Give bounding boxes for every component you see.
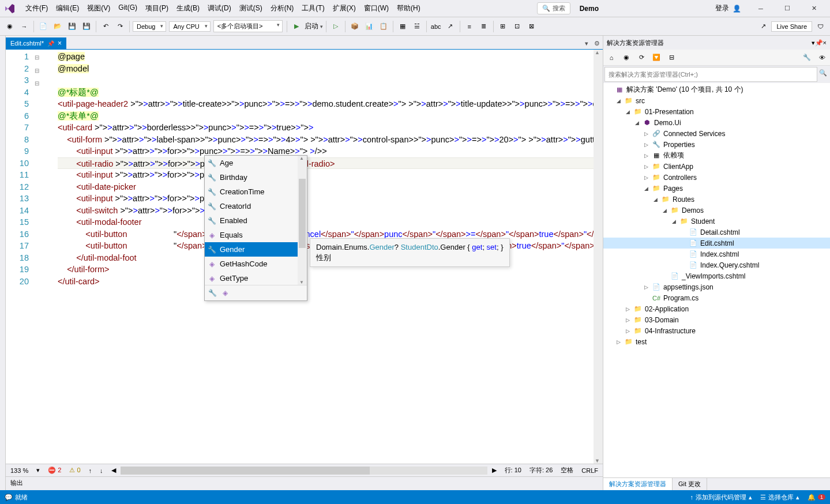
intellisense-item[interactable]: ◈GetType — [205, 271, 307, 285]
share-icon[interactable]: ↗ — [757, 20, 769, 33]
close-tab-icon[interactable]: × — [58, 39, 62, 47]
lineending-indicator[interactable]: CRLF — [581, 467, 598, 474]
tb-icon-6[interactable]: abc — [430, 20, 442, 33]
maximize-button[interactable]: ☐ — [775, 1, 800, 17]
tb-icon-10[interactable]: ⊞ — [497, 20, 509, 33]
left-dock-strip[interactable] — [0, 36, 6, 490]
horizontal-scrollbar[interactable] — [121, 467, 487, 475]
menu-item[interactable]: 文件(F) — [22, 1, 51, 16]
tab-gear-icon[interactable]: ⚙ — [591, 38, 603, 49]
minimize-button[interactable]: ─ — [748, 1, 773, 17]
solution-search-input[interactable] — [604, 67, 817, 82]
config-combo[interactable]: Debug — [133, 21, 166, 32]
new-button[interactable]: 📄 — [37, 20, 50, 33]
select-repo[interactable]: ☰ 选择仓库 ▴ — [760, 493, 799, 502]
start-chevron-icon[interactable]: ▾ — [320, 24, 323, 29]
save-button[interactable]: 💾 — [66, 20, 78, 33]
solution-tree[interactable]: ▦解决方案 'Demo' (10 个项目, 共 10 个)◢📁src◢📁01-P… — [603, 83, 830, 477]
tree-node[interactable]: ◢📁Pages — [603, 183, 830, 194]
tree-node[interactable]: ▦解决方案 'Demo' (10 个项目, 共 10 个) — [603, 84, 830, 95]
menu-item[interactable]: 测试(S) — [236, 1, 266, 16]
se-props-icon[interactable]: 🔧 — [801, 52, 813, 63]
forward-button[interactable]: → — [18, 20, 31, 33]
tree-node[interactable]: ▷📁ClientApp — [603, 161, 830, 172]
tree-node[interactable]: ▷🔗Connected Services — [603, 128, 830, 139]
tree-node[interactable]: ◢📁Student — [603, 216, 830, 227]
intellisense-item[interactable]: 🔧CreationTime — [205, 185, 307, 199]
tree-node[interactable]: ◢📁01-Presentation — [603, 106, 830, 117]
menu-item[interactable]: 编辑(E) — [52, 1, 82, 16]
tree-node[interactable]: ▷📁02-Application — [603, 303, 830, 314]
nav-up-icon[interactable]: ↑ — [89, 467, 92, 474]
nav-down-icon[interactable]: ↓ — [100, 467, 103, 474]
tree-node[interactable]: C#Program.cs — [603, 292, 830, 303]
menu-item[interactable]: 调试(D) — [204, 1, 235, 16]
tb-icon-1[interactable]: 📦 — [348, 20, 361, 33]
tb-icon-4[interactable]: ▦ — [396, 20, 409, 33]
pin-icon[interactable]: 📌 — [47, 40, 54, 47]
intellisense-item[interactable]: 🔧Birthday — [205, 170, 307, 185]
tree-node[interactable]: ▷📄appsettings.json — [603, 281, 830, 292]
bottab-git[interactable]: Git 更改 — [673, 478, 707, 490]
menu-item[interactable]: 视图(V) — [84, 1, 114, 16]
tree-node[interactable]: ▷▦依赖项 — [603, 150, 830, 161]
wrench-icon[interactable]: 🔧 — [208, 289, 217, 297]
tree-node[interactable]: ◢📁Demos — [603, 205, 830, 216]
tree-node[interactable]: ▷📁test — [603, 336, 830, 347]
vertical-scrollbar[interactable] — [594, 50, 603, 464]
intellisense-item[interactable]: 🔧Age — [205, 156, 307, 170]
menu-item[interactable]: 窗口(W) — [360, 1, 392, 16]
menu-item[interactable]: 工具(T) — [298, 1, 328, 16]
tb-icon-5[interactable]: ☱ — [411, 20, 423, 33]
startup-combo[interactable]: <多个启动项目> — [213, 20, 283, 32]
hscroll-left-icon[interactable]: ◀ — [111, 467, 116, 474]
intellisense-list[interactable]: 🔧Age🔧Birthday🔧CreationTime🔧CreatorId🔧Ena… — [205, 156, 307, 285]
output-panel-title[interactable]: 输出 — [6, 476, 603, 490]
live-share-button[interactable]: Live Share — [771, 21, 812, 32]
start-icon[interactable]: ▶ — [290, 20, 303, 33]
tree-node[interactable]: ▷📁03-Domain — [603, 314, 830, 325]
tree-node[interactable]: 📄Index.Query.cshtml — [603, 259, 830, 270]
tb-icon-11[interactable]: ⊡ — [511, 20, 524, 33]
menu-item[interactable]: 分析(N) — [267, 1, 298, 16]
tb-icon-7[interactable]: ↗ — [444, 20, 457, 33]
se-filter-icon[interactable]: 🔽 — [651, 52, 662, 63]
se-home-icon[interactable]: ⌂ — [606, 52, 617, 63]
fold-gutter[interactable]: ⊟⊟⊟ — [35, 50, 58, 464]
menu-item[interactable]: 帮助(H) — [393, 1, 424, 16]
intellisense-scrollbar[interactable] — [298, 156, 307, 285]
tab-chevron-icon[interactable]: ▾ — [582, 38, 591, 49]
admin-icon[interactable]: 🛡 — [814, 20, 827, 33]
se-collapse-icon[interactable]: ⊟ — [666, 52, 677, 63]
add-source-control[interactable]: ↑ 添加到源代码管理 ▴ — [690, 493, 752, 502]
open-button[interactable]: 📂 — [51, 20, 64, 33]
platform-combo[interactable]: Any CPU — [169, 21, 210, 32]
back-button[interactable]: ◉ — [3, 20, 16, 33]
indent-indicator[interactable]: 空格 — [561, 466, 573, 475]
search-box[interactable]: 🔍搜索 — [537, 2, 570, 14]
tree-node[interactable]: ▷🔧Properties — [603, 139, 830, 150]
menu-item[interactable]: Git(G) — [115, 1, 141, 16]
se-search-icon[interactable]: 🔍 — [817, 67, 829, 78]
tab-edit-cshtml[interactable]: Edit.cshtml* 📌 × — [6, 37, 66, 49]
tree-node[interactable]: ◢📁src — [603, 95, 830, 106]
save-all-button[interactable]: 💾 — [80, 20, 93, 33]
tree-node[interactable]: ◢⬢Demo.Ui — [603, 117, 830, 128]
close-button[interactable]: ✕ — [801, 1, 827, 17]
se-sync-icon[interactable]: ⟳ — [636, 52, 647, 63]
error-count[interactable]: ⛔ 2 — [48, 467, 61, 474]
warn-count[interactable]: ⚠ 0 — [69, 467, 80, 474]
panel-close-icon[interactable]: × — [823, 39, 827, 46]
zoom-combo[interactable]: 133 % — [10, 467, 28, 474]
tb-icon-12[interactable]: ⊠ — [525, 20, 538, 33]
menu-item[interactable]: 生成(B) — [173, 1, 203, 16]
code-editor[interactable]: 1234567891011121314151617181920 ⊟⊟⊟ @pag… — [6, 50, 603, 464]
intellisense-item[interactable]: 🔧Enabled — [205, 213, 307, 228]
menu-item[interactable]: 扩展(X) — [329, 1, 359, 16]
tree-node[interactable]: 📄_ViewImports.cshtml — [603, 270, 830, 281]
tree-node[interactable]: 📄Index.cshtml — [603, 249, 830, 259]
intellisense-item[interactable]: 🔧CreatorId — [205, 199, 307, 213]
panel-pin-icon[interactable]: 📌 — [815, 39, 823, 47]
intellisense-item[interactable]: ◈Equals — [205, 228, 307, 242]
tb-icon-9[interactable]: ≣ — [478, 20, 490, 33]
